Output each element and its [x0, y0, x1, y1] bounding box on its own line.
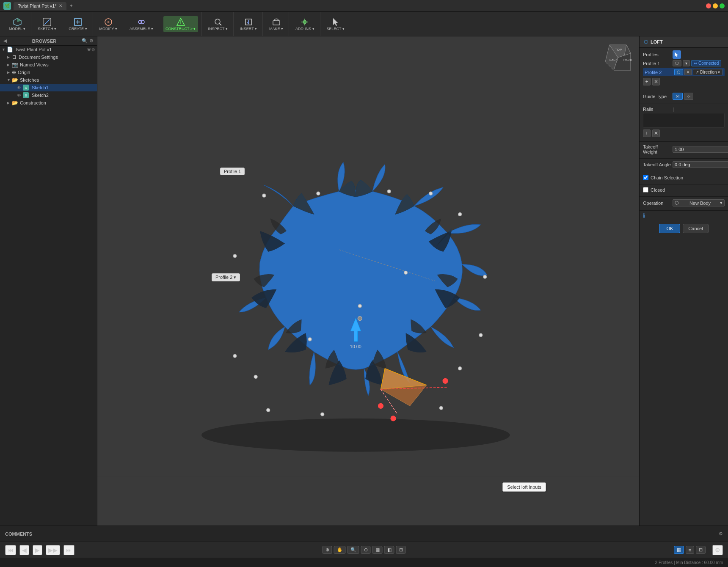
fit-btn[interactable]: ⊙ — [361, 546, 371, 554]
guide-type-btn1[interactable]: ⋈ — [673, 93, 683, 100]
view3-btn[interactable]: ⊟ — [696, 546, 706, 554]
playback-last-btn[interactable]: ⏭ — [63, 545, 74, 555]
viewport[interactable]: TOP RIGHT BACK — [97, 36, 639, 526]
takeoff-angle-input[interactable] — [673, 161, 728, 168]
inspect-toolbar-btn[interactable]: INSPECT ▾ — [206, 16, 230, 32]
select-loft-inputs-btn[interactable]: Select loft inputs — [502, 482, 546, 492]
chain-selection-checkbox[interactable] — [643, 175, 648, 180]
profile1-label: Profile 1 — [220, 168, 245, 175]
profile1-icon-btn[interactable]: ⬡ — [673, 60, 681, 66]
eye-icon: 👁 — [87, 47, 91, 52]
make-toolbar-btn[interactable]: MAKE ▾ — [267, 16, 285, 32]
zoom-btn[interactable]: 🔍 — [347, 546, 359, 554]
svg-point-55 — [429, 192, 433, 195]
tree-sketch2[interactable]: ▶ 👁 S Sketch2 — [0, 91, 97, 99]
svg-point-57 — [458, 367, 462, 370]
cursor-select-btn[interactable] — [673, 50, 681, 59]
tree-sketches[interactable]: ▼ 📂 Sketches — [0, 76, 97, 84]
insert-icon — [244, 17, 253, 27]
svg-point-58 — [358, 317, 362, 321]
close-icon[interactable]: ✕ — [59, 3, 62, 8]
doc-settings-icon: 🗒 — [12, 54, 17, 60]
modify-toolbar-btn[interactable]: MODIFY ▾ — [97, 16, 119, 32]
takeoff-weight-input[interactable] — [673, 146, 728, 153]
svg-point-16 — [303, 20, 306, 24]
connected-icon: ⇔ — [694, 61, 697, 66]
operation-section: Operation ⬡ New Body ▾ — [640, 197, 728, 211]
playback-next-btn[interactable]: ▶▶ — [46, 545, 60, 555]
svg-point-56 — [254, 375, 257, 379]
ok-cancel-row: OK Cancel — [640, 220, 728, 237]
remove-rail-btn[interactable]: ✕ — [652, 129, 660, 137]
profile1-row: Profile 1 ⬡ ▾ ⇔ Connected — [643, 60, 725, 66]
grid-btn[interactable]: ⊞ — [396, 546, 406, 554]
profile1-row-label: Profile 1 — [643, 61, 673, 66]
cancel-button[interactable]: Cancel — [683, 224, 708, 233]
browser-settings-icon[interactable]: ⚙ — [89, 38, 94, 44]
direction-dropdown-arrow: ▾ — [718, 70, 720, 74]
profile2-icon-btn[interactable]: ⬡ — [674, 69, 683, 75]
inspect-icon — [213, 17, 223, 27]
visual-style-btn[interactable]: ◧ — [384, 546, 394, 554]
profile2-row: Profile 2 ⬡ ▾ ↗ Direction ▾ — [643, 68, 725, 76]
playback-first-btn[interactable]: ⏮ — [5, 545, 16, 555]
add-profile-btn[interactable]: + — [643, 78, 651, 85]
remove-profile-btn[interactable]: ✕ — [652, 78, 660, 85]
search-icon[interactable]: 🔍 — [82, 38, 88, 44]
tab-add-btn[interactable]: + — [67, 2, 75, 10]
sketches-label: Sketches — [20, 77, 95, 83]
guide-type-btn2[interactable]: ⊹ — [684, 93, 693, 100]
playback-play-btn[interactable]: ▶ — [33, 545, 42, 555]
close-btn[interactable] — [706, 3, 711, 8]
svg-text:10.00: 10.00 — [350, 344, 361, 350]
profiles-label: Profiles — [643, 52, 673, 57]
insert-toolbar-btn[interactable]: INSERT ▾ — [238, 16, 259, 32]
create-toolbar-btn[interactable]: CREATE ▾ — [66, 16, 89, 32]
rails-add-remove: + ✕ — [643, 129, 725, 137]
sketch1-label: Sketch1 — [32, 85, 95, 90]
loft-panel: ⬡ LOFT Profiles Profile 1 ⬡ ▾ ⇔ Connecte — [639, 36, 728, 526]
svg-point-44 — [233, 354, 237, 358]
min-btn[interactable] — [713, 3, 718, 8]
profile2-dropdown-arrow[interactable]: ▾ — [684, 69, 692, 75]
profile1-dropdown-arrow[interactable]: ▾ — [683, 60, 690, 66]
addins-toolbar-btn[interactable]: ADD-INS ▾ — [293, 16, 317, 32]
browser-controls: 🔍 ⚙ — [82, 38, 94, 44]
closed-checkbox[interactable] — [643, 187, 648, 193]
svg-point-52 — [358, 304, 361, 308]
operation-dropdown[interactable]: ⬡ New Body ▾ — [673, 199, 725, 206]
profile2-label[interactable]: Profile 2 ▾ — [212, 273, 240, 281]
max-btn[interactable] — [720, 3, 725, 8]
profile2-direction-badge[interactable]: ↗ Direction ▾ — [693, 69, 722, 75]
tree-sketch1[interactable]: ▶ 👁 S Sketch1 — [0, 84, 97, 91]
tree-root[interactable]: ▼ 📄 Twist Plant Pot v1 👁 ⚙ — [0, 46, 97, 53]
modify-group: MODIFY ▾ — [94, 12, 123, 36]
select-toolbar-btn[interactable]: SELECT ▾ — [325, 16, 347, 32]
sketch1-icon: S — [23, 85, 29, 91]
assemble-toolbar-btn[interactable]: ASSEMBLE ▾ — [127, 16, 155, 32]
collapse-icon[interactable]: ◀ — [3, 38, 7, 44]
comments-settings-icon[interactable]: ⚙ — [719, 531, 723, 537]
pan-btn[interactable]: ✋ — [334, 546, 346, 554]
browser-title: BROWSER — [32, 39, 56, 44]
model-btn[interactable]: MODEL ▾ — [7, 16, 28, 32]
construct-group: CONSTRUCT > ▾ — [160, 12, 202, 36]
orbit-btn[interactable]: ⊕ — [323, 546, 332, 554]
tree-named-views[interactable]: ▶ 📷 Named Views — [0, 61, 97, 69]
operation-icon: ⬡ — [675, 200, 679, 206]
tree-origin[interactable]: ▶ ⊕ Origin — [0, 69, 97, 76]
sketch-toolbar-btn[interactable]: SKETCH ▾ — [36, 16, 58, 32]
playback-settings-icon[interactable]: ⚙ — [712, 545, 723, 555]
tree-construction[interactable]: ▶ 📂 Construction — [0, 99, 97, 107]
display-mode-btn[interactable]: ▦ — [372, 546, 383, 554]
add-rail-btn[interactable]: + — [643, 129, 651, 137]
playback-prev-btn[interactable]: ◀ — [19, 545, 29, 555]
tree-doc-settings[interactable]: ▶ 🗒 Document Settings — [0, 53, 97, 61]
ok-button[interactable]: OK — [659, 224, 680, 233]
modify-label: MODIFY ▾ — [99, 27, 117, 31]
view1-btn[interactable]: ▦ — [674, 546, 684, 554]
construct-toolbar-btn[interactable]: CONSTRUCT > ▾ — [163, 16, 198, 32]
view2-btn[interactable]: ≡ — [686, 546, 694, 554]
info-icon[interactable]: ℹ — [643, 212, 645, 219]
app-tab[interactable]: Twist Plant Pot v1* ✕ — [14, 2, 66, 10]
